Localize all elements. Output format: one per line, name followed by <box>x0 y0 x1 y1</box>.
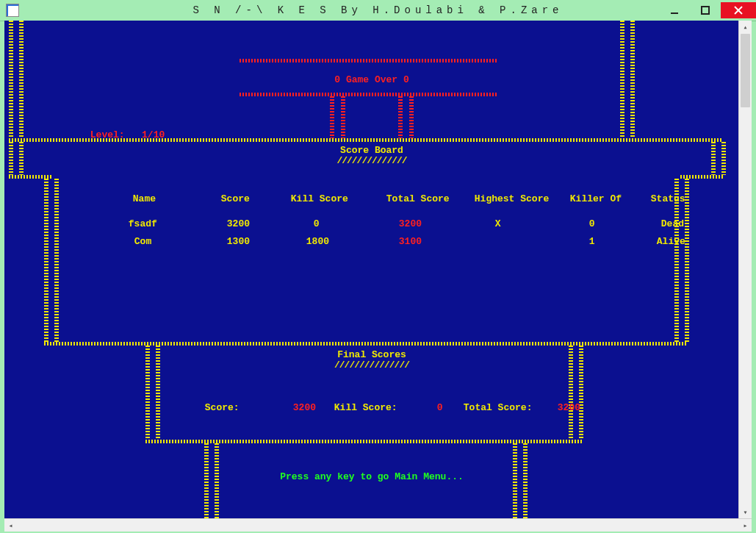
scroll-right-icon[interactable]: ▸ <box>739 519 752 532</box>
table-row: Com1300180031001Alive <box>4 226 739 257</box>
maximize-button[interactable] <box>690 2 721 18</box>
vertical-scrollbar[interactable]: ▴ ▾ <box>738 21 752 518</box>
horizontal-scrollbar[interactable]: ◂ ▸ <box>4 518 752 532</box>
scroll-thumb[interactable] <box>741 34 750 107</box>
prompt-text[interactable]: Press any key to go Main Menu... <box>4 472 739 482</box>
minimize-button[interactable] <box>659 2 690 18</box>
frame-bar <box>9 138 723 142</box>
scoreboard-underline: ////////////// <box>4 156 739 166</box>
game-over-text: 0 Game Over 0 <box>4 75 739 85</box>
final-underline: /////////////// <box>4 360 739 371</box>
client-area: 0 Game Over 0 Level: 1/10 Score Board //… <box>4 21 752 518</box>
banner-bar <box>240 93 497 96</box>
console-canvas[interactable]: 0 Game Over 0 Level: 1/10 Score Board //… <box>4 21 739 518</box>
banner-bar <box>240 59 497 62</box>
scroll-left-icon[interactable]: ◂ <box>4 519 17 532</box>
frame-post <box>711 142 726 175</box>
scroll-down-icon[interactable]: ▾ <box>739 506 752 518</box>
scoreboard-title: Score Board <box>4 146 739 156</box>
final-title: Final Scores <box>4 350 739 360</box>
scroll-up-icon[interactable]: ▴ <box>739 21 752 33</box>
window-buttons <box>659 2 756 18</box>
final-scores-line: Score:3200Kill Score:0Total Score:3200 <box>4 393 739 423</box>
minimize-icon <box>670 6 679 15</box>
close-icon <box>734 6 743 15</box>
svg-rect-1 <box>702 7 709 14</box>
maximize-icon <box>701 6 710 15</box>
frame-bar <box>44 342 687 346</box>
close-button[interactable] <box>721 2 756 18</box>
window-title: S N /-\ K E S By H.Doulabi & P.Zare <box>192 4 563 16</box>
frame-post <box>9 142 24 175</box>
window-titlebar: S N /-\ K E S By H.Doulabi & P.Zare <box>0 0 756 21</box>
system-menu-icon[interactable] <box>6 4 19 17</box>
